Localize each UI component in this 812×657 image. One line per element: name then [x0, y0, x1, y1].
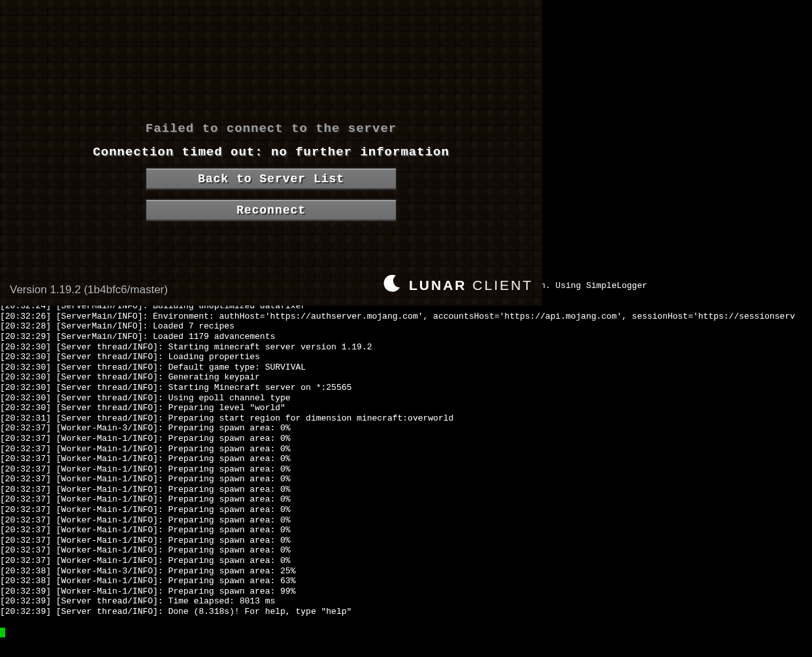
console-line: [20:32:38] [Worker-Main-3/INFO]: Prepari…	[0, 566, 812, 577]
lunar-client-text: LUNAR CLIENT	[409, 278, 533, 293]
console-line: [20:32:30] [Server thread/INFO]: Startin…	[0, 342, 812, 353]
console-line: [20:32:30] [Server thread/INFO]: Loading…	[0, 352, 812, 362]
console-line: [20:32:39] [Server thread/INFO]: Done (8…	[0, 607, 812, 617]
console-line: [20:32:30] [Server thread/INFO]: Prepari…	[0, 403, 812, 413]
console-line: [20:32:37] [Worker-Main-1/INFO]: Prepari…	[0, 505, 812, 515]
console-line: [20:32:37] [Worker-Main-1/INFO]: Prepari…	[0, 494, 812, 505]
console-line: [20:32:37] [Worker-Main-1/INFO]: Prepari…	[0, 545, 812, 556]
console-line: [20:32:30] [Server thread/INFO]: Using e…	[0, 393, 812, 404]
console-line: [20:32:39] [Server thread/INFO]: Time el…	[0, 596, 812, 607]
back-to-server-list-button[interactable]: Back to Server List	[145, 167, 397, 191]
console-line: [20:32:37] [Worker-Main-1/INFO]: Prepari…	[0, 536, 812, 546]
disconnect-reason: Connection timed out: no further informa…	[93, 145, 449, 159]
console-line: [20:32:30] [Server thread/INFO]: Default…	[0, 362, 812, 373]
console-line: [20:32:39] [Worker-Main-1/INFO]: Prepari…	[0, 586, 812, 597]
console-line: [20:32:28] [ServerMain/INFO]: Loaded 7 r…	[0, 321, 812, 332]
console-line: [20:32:37] [Worker-Main-1/INFO]: Prepari…	[0, 444, 812, 455]
console-line: [20:32:37] [Worker-Main-1/INFO]: Prepari…	[0, 454, 812, 464]
console-line: [20:32:37] [Worker-Main-3/INFO]: Prepari…	[0, 423, 812, 434]
lunar-client-branding: LUNAR CLIENT	[382, 273, 533, 297]
console-line: [20:32:31] [Server thread/INFO]: Prepari…	[0, 413, 812, 424]
disconnect-title: Failed to connect to the server	[146, 121, 397, 136]
version-label: Version 1.19.2 (1b4bfc6/master)	[10, 283, 168, 296]
console-line: [20:32:30] [Server thread/INFO]: Generat…	[0, 372, 812, 383]
console-line: [20:32:37] [Worker-Main-1/INFO]: Prepari…	[0, 515, 812, 526]
console-line: [20:32:30] [Server thread/INFO]: Startin…	[0, 383, 812, 393]
console-line: [20:32:29] [ServerMain/INFO]: Loaded 117…	[0, 332, 812, 342]
disconnect-screen: Failed to connect to the server Connecti…	[0, 0, 542, 306]
console-line: [20:32:26] [ServerMain/INFO]: Environmen…	[0, 312, 812, 322]
console-line: [20:32:37] [Worker-Main-1/INFO]: Prepari…	[0, 434, 812, 444]
moon-icon	[382, 273, 402, 297]
console-line: [20:32:37] [Worker-Main-1/INFO]: Prepari…	[0, 525, 812, 536]
console-line: [20:32:37] [Worker-Main-1/INFO]: Prepari…	[0, 474, 812, 485]
console-line: [20:32:37] [Worker-Main-1/INFO]: Prepari…	[0, 464, 812, 475]
reconnect-button[interactable]: Reconnect	[145, 199, 397, 222]
console-line: [20:32:38] [Worker-Main-1/INFO]: Prepari…	[0, 576, 812, 586]
console-line: [20:32:37] [Worker-Main-1/INFO]: Prepari…	[0, 485, 812, 495]
console-line: [20:32:37] [Worker-Main-1/INFO]: Prepari…	[0, 556, 812, 566]
server-console: down. Using SimpleLoggerStarting net.min…	[0, 281, 812, 617]
terminal-cursor	[0, 628, 5, 637]
